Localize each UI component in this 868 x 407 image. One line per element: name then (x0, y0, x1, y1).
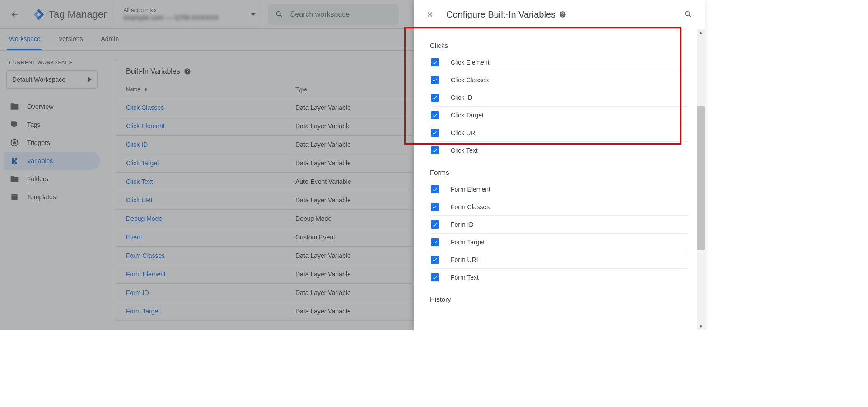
configure-variables-panel: Configure Built-In Variables ClicksClick… (414, 0, 705, 330)
checkmark-icon (432, 130, 438, 136)
checkbox-label: Click Target (451, 112, 484, 119)
checkbox-row[interactable]: Click Element (431, 54, 688, 71)
help-icon[interactable] (559, 11, 566, 18)
checkmark-icon (432, 77, 438, 83)
checkbox-label: Form Target (451, 239, 485, 246)
checkbox-row[interactable]: Form URL (431, 251, 688, 269)
checkbox-row[interactable]: Click Target (431, 107, 688, 124)
checkbox-label: Form URL (451, 256, 480, 263)
checkbox-label: Form Element (451, 186, 490, 193)
panel-search-button[interactable] (679, 5, 697, 23)
checkbox-label: Click ID (451, 94, 472, 101)
section-title-forms: Forms (430, 168, 688, 176)
checkbox-label: Form Classes (451, 203, 490, 211)
checkbox[interactable] (431, 76, 439, 84)
scrollbar[interactable]: ▲ ▼ (697, 29, 705, 330)
checkbox-label: Form Text (451, 274, 479, 281)
checkbox[interactable] (431, 203, 439, 211)
checkbox[interactable] (431, 238, 439, 246)
checkbox[interactable] (431, 185, 439, 193)
checkbox-label: Click Classes (451, 76, 489, 84)
checkmark-icon (432, 204, 438, 210)
close-icon (426, 10, 434, 19)
checkbox[interactable] (431, 129, 439, 137)
checkbox-row[interactable]: Click Text (431, 142, 688, 159)
checkbox[interactable] (431, 146, 439, 154)
checkmark-icon (432, 257, 438, 263)
section-title-clicks: Clicks (430, 42, 688, 49)
section-title-history: History (430, 295, 688, 303)
checkmark-icon (432, 186, 438, 192)
checkbox-row[interactable]: Click URL (431, 124, 688, 142)
checkbox-row[interactable]: Form Text (431, 269, 688, 286)
panel-title: Configure Built-In Variables (446, 9, 555, 20)
checkbox[interactable] (431, 94, 439, 102)
checkmark-icon (432, 112, 438, 118)
checkmark-icon (432, 221, 438, 228)
checkbox-row[interactable]: Form Target (431, 234, 688, 251)
checkmark-icon (432, 239, 438, 245)
search-icon (684, 10, 693, 19)
close-button[interactable] (421, 5, 439, 23)
checkbox-row[interactable]: Form ID (431, 216, 688, 234)
checkbox-row[interactable]: Form Element (431, 181, 688, 198)
checkbox[interactable] (431, 220, 439, 229)
checkmark-icon (432, 147, 438, 154)
checkbox-row[interactable]: Click ID (431, 89, 688, 107)
checkmark-icon (432, 94, 438, 101)
checkbox[interactable] (431, 256, 439, 264)
checkbox-label: Click Text (451, 147, 478, 154)
checkbox-row[interactable]: Click Classes (431, 71, 688, 89)
checkbox-row[interactable]: Form Classes (431, 198, 688, 216)
checkbox[interactable] (431, 111, 439, 119)
checkbox-label: Form ID (451, 221, 474, 228)
checkmark-icon (432, 59, 438, 65)
checkbox[interactable] (431, 273, 439, 281)
checkbox[interactable] (431, 58, 439, 66)
checkbox-label: Click Element (451, 59, 490, 66)
checkbox-label: Click URL (451, 129, 479, 136)
checkmark-icon (432, 274, 438, 281)
